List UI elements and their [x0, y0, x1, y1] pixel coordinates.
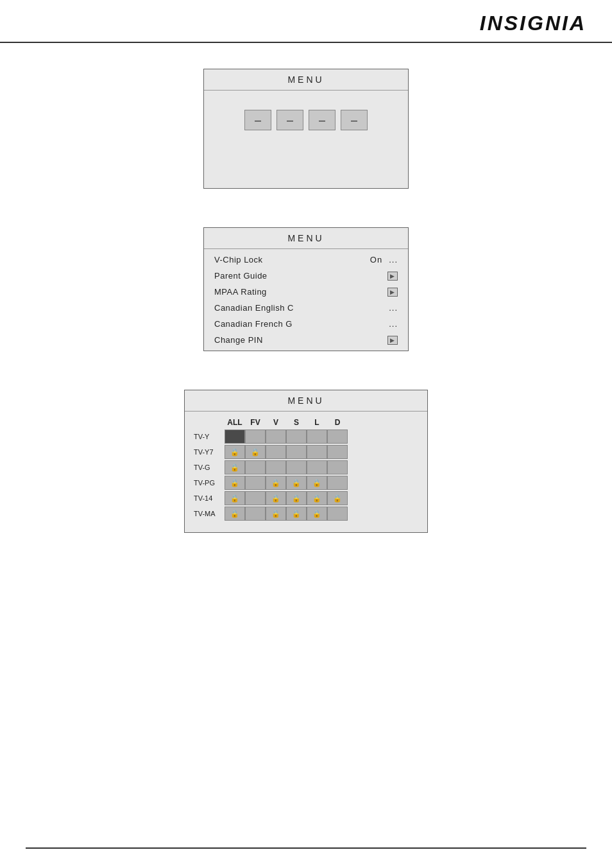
parent-guide-arrow-icon: ▶ — [387, 272, 398, 281]
tvy-cells — [225, 430, 348, 444]
tvy-all-cell[interactable] — [225, 430, 245, 444]
tv14-s-cell[interactable]: 🔒 — [286, 491, 307, 505]
tvg-row: TV-G 🔒 — [194, 460, 418, 474]
pin-box-3[interactable]: – — [309, 110, 336, 130]
tvy7-v-cell[interactable] — [266, 445, 286, 459]
col-headers: ALL FV V S L D — [225, 418, 348, 427]
brand-logo: INSIGNIA — [480, 12, 586, 35]
tvma-s-cell[interactable]: 🔒 — [286, 507, 307, 521]
menu2-title: MENU — [204, 228, 408, 249]
main-content: MENU – – – – MENU V-Chip Lock On ... Par… — [0, 43, 612, 559]
col-d: D — [327, 418, 348, 427]
footer — [26, 847, 586, 849]
tvma-cells: 🔒 🔒 🔒 🔒 — [225, 507, 348, 521]
vchip-lock-dots: ... — [389, 255, 398, 265]
menu2-list: V-Chip Lock On ... Parent Guide ▶ MPAA R… — [204, 249, 408, 351]
mpaa-rating-arrow-icon: ▶ — [387, 288, 398, 297]
tvy7-row: TV-Y7 🔒 🔒 — [194, 445, 418, 459]
col-s: S — [286, 418, 307, 427]
tvy7-d-cell[interactable] — [327, 445, 348, 459]
tvpg-label: TV-PG — [194, 479, 225, 487]
menu1-box: MENU – – – – — [203, 69, 409, 189]
tvg-v-cell[interactable] — [266, 460, 286, 474]
tvpg-fv-cell[interactable] — [245, 476, 266, 490]
change-pin-item[interactable]: Change PIN ▶ — [204, 332, 408, 348]
tvpg-v-cell[interactable]: 🔒 — [266, 476, 286, 490]
tvma-all-cell[interactable]: 🔒 — [225, 507, 245, 521]
tvma-fv-cell[interactable] — [245, 507, 266, 521]
canadian-english-label: Canadian English C — [214, 303, 385, 313]
menu1-title: MENU — [204, 69, 408, 91]
tv14-cells: 🔒 🔒 🔒 🔒 🔒 — [225, 491, 348, 505]
pin-box-1[interactable]: – — [244, 110, 271, 130]
tvpg-s-cell[interactable]: 🔒 — [286, 476, 307, 490]
tvy7-l-cell[interactable] — [307, 445, 327, 459]
pin-area[interactable]: – – – – — [204, 91, 408, 150]
tvg-fv-cell[interactable] — [245, 460, 266, 474]
tvy-row: TV-Y — [194, 430, 418, 444]
tvy7-label: TV-Y7 — [194, 448, 225, 456]
tvy7-fv-cell[interactable]: 🔒 — [245, 445, 266, 459]
canadian-english-item[interactable]: Canadian English C ... — [204, 300, 408, 316]
canadian-french-item[interactable]: Canadian French G ... — [204, 316, 408, 332]
tvg-s-cell[interactable] — [286, 460, 307, 474]
tvy-label: TV-Y — [194, 433, 225, 440]
pin-box-2[interactable]: – — [276, 110, 303, 130]
menu3-section: MENU ALL FV V S L D TV-Y — [38, 390, 574, 533]
tvy-l-cell[interactable] — [307, 430, 327, 444]
col-v: V — [266, 418, 286, 427]
menu2-box: MENU V-Chip Lock On ... Parent Guide ▶ M… — [203, 227, 409, 351]
vchip-lock-label: V-Chip Lock — [214, 255, 366, 265]
tvg-l-cell[interactable] — [307, 460, 327, 474]
tvy-d-cell[interactable] — [327, 430, 348, 444]
tvpg-all-cell[interactable]: 🔒 — [225, 476, 245, 490]
menu3-box: MENU ALL FV V S L D TV-Y — [184, 390, 428, 533]
tv14-d-cell[interactable]: 🔒 — [327, 491, 348, 505]
col-all: ALL — [225, 418, 245, 427]
mpaa-rating-item[interactable]: MPAA Rating ▶ — [204, 284, 408, 300]
tvma-label: TV-MA — [194, 510, 225, 517]
tvg-label: TV-G — [194, 464, 225, 471]
col-fv: FV — [245, 418, 266, 427]
menu3-title: MENU — [185, 390, 427, 412]
pin-box-4[interactable]: – — [341, 110, 368, 130]
tvy-fv-cell[interactable] — [245, 430, 266, 444]
tv14-all-cell[interactable]: 🔒 — [225, 491, 245, 505]
tvy7-cells: 🔒 🔒 — [225, 445, 348, 459]
parent-guide-label: Parent Guide — [214, 271, 384, 281]
tvpg-row: TV-PG 🔒 🔒 🔒 🔒 — [194, 476, 418, 490]
vchip-lock-value: On — [370, 255, 382, 265]
mpaa-rating-label: MPAA Rating — [214, 287, 384, 297]
tvy7-all-cell[interactable]: 🔒 — [225, 445, 245, 459]
change-pin-label: Change PIN — [214, 335, 384, 345]
tvy-v-cell[interactable] — [266, 430, 286, 444]
tvpg-l-cell[interactable]: 🔒 — [307, 476, 327, 490]
tvy7-s-cell[interactable] — [286, 445, 307, 459]
canadian-english-dots: ... — [389, 303, 398, 313]
tvpg-cells: 🔒 🔒 🔒 🔒 — [225, 476, 348, 490]
tvpg-d-cell[interactable] — [327, 476, 348, 490]
canadian-french-label: Canadian French G — [214, 319, 385, 329]
tvma-l-cell[interactable]: 🔒 — [307, 507, 327, 521]
col-l: L — [307, 418, 327, 427]
tvg-cells: 🔒 — [225, 460, 348, 474]
tvg-all-cell[interactable]: 🔒 — [225, 460, 245, 474]
tv14-v-cell[interactable]: 🔒 — [266, 491, 286, 505]
parent-guide-item[interactable]: Parent Guide ▶ — [204, 268, 408, 284]
header: INSIGNIA — [0, 0, 612, 43]
tvma-d-cell[interactable] — [327, 507, 348, 521]
vchip-lock-item[interactable]: V-Chip Lock On ... — [204, 252, 408, 268]
tv14-row: TV-14 🔒 🔒 🔒 🔒 🔒 — [194, 491, 418, 505]
tvma-row: TV-MA 🔒 🔒 🔒 🔒 — [194, 507, 418, 521]
menu1-section: MENU – – – – — [38, 69, 574, 189]
tvg-d-cell[interactable] — [327, 460, 348, 474]
tv14-l-cell[interactable]: 🔒 — [307, 491, 327, 505]
rating-grid: ALL FV V S L D TV-Y — [185, 412, 427, 532]
tvma-v-cell[interactable]: 🔒 — [266, 507, 286, 521]
canadian-french-dots: ... — [389, 319, 398, 329]
tvy-s-cell[interactable] — [286, 430, 307, 444]
tv14-label: TV-14 — [194, 494, 225, 502]
menu2-section: MENU V-Chip Lock On ... Parent Guide ▶ M… — [38, 227, 574, 351]
change-pin-arrow-icon: ▶ — [387, 336, 398, 345]
tv14-fv-cell[interactable] — [245, 491, 266, 505]
